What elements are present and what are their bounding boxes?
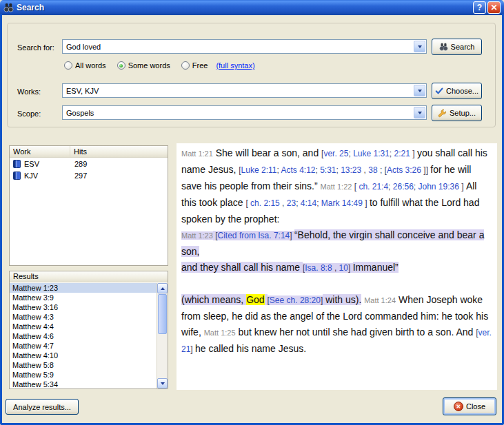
radio-option-some-words[interactable]: Some words: [117, 61, 170, 70]
result-item[interactable]: Matthew 3:9: [10, 293, 157, 302]
search-for-dropdown-button[interactable]: [414, 41, 425, 52]
radio-label: Some words: [128, 61, 170, 70]
chevron-down-icon: [418, 112, 422, 114]
help-button[interactable]: ?: [473, 1, 486, 14]
verse-text: (which means,: [181, 294, 246, 305]
scope-combobox[interactable]: Gospels: [62, 105, 427, 120]
cross-reference[interactable]: 2:21: [394, 149, 410, 158]
work-hits-body: ESV289KJV297: [10, 158, 168, 181]
radio-label: All words: [75, 61, 106, 70]
works-value: ESV, KJV: [63, 87, 413, 95]
search-for-label: Search for:: [17, 43, 54, 52]
full-syntax-link[interactable]: (full syntax): [216, 61, 254, 70]
scrollbar-thumb[interactable]: [158, 294, 167, 334]
search-for-value: God loved: [63, 43, 413, 51]
cross-reference[interactable]: Acts 3:26: [387, 165, 421, 175]
setup-scope-button[interactable]: Setup...: [432, 105, 482, 121]
result-item[interactable]: Matthew 1:23: [10, 283, 157, 293]
analyze-results-button[interactable]: Analyze results...: [6, 399, 79, 415]
close-icon[interactable]: ✕: [487, 1, 501, 14]
scope-label: Scope:: [17, 110, 41, 118]
radio-icon: [117, 61, 125, 70]
column-header-hits[interactable]: Hits: [70, 146, 168, 157]
titlebar[interactable]: Search ? ✕: [0, 0, 504, 15]
works-dropdown-button[interactable]: [414, 85, 425, 96]
result-item[interactable]: Matthew 4:6: [10, 331, 157, 341]
radio-option-all-words[interactable]: All words: [64, 61, 106, 70]
result-item[interactable]: Matthew 5:8: [10, 360, 157, 370]
result-item[interactable]: Matthew 4:10: [10, 351, 157, 360]
radio-icon: [64, 61, 72, 70]
cross-reference[interactable]: Cited from Isa. 7:14: [218, 231, 290, 240]
search-button[interactable]: Search: [432, 39, 482, 55]
verse-text: Immanuel”: [353, 262, 399, 273]
results-body: Matthew 1:23Matthew 3:9Matthew 3:16Matth…: [10, 283, 168, 388]
cross-reference[interactable]: 13:23: [341, 165, 361, 175]
cross-reference[interactable]: 10: [339, 263, 348, 273]
cross-reference[interactable]: Luke 2:11: [241, 165, 277, 175]
verse-text: but knew her not until she had given bir…: [236, 326, 476, 338]
titlebar-buttons: ? ✕: [473, 1, 501, 14]
hits-count: 289: [70, 160, 168, 168]
hits-count: 297: [70, 172, 168, 180]
scope-dropdown-button[interactable]: [414, 107, 425, 118]
cross-reference[interactable]: 38: [368, 165, 377, 175]
wrench-icon: [438, 109, 447, 118]
cross-reference[interactable]: ch. 21:4: [359, 182, 388, 191]
works-label: Works:: [17, 87, 41, 96]
bracket-text: ,: [361, 165, 368, 175]
bracket-text: [: [213, 231, 218, 240]
result-item[interactable]: Matthew 4:3: [10, 312, 157, 322]
column-header-work[interactable]: Work: [10, 146, 70, 157]
preview-pane[interactable]: Matt 1:21 She will bear a son, and [ver.…: [177, 143, 497, 390]
result-item[interactable]: Matthew 4:4: [10, 322, 157, 331]
cross-reference[interactable]: Luke 1:31: [353, 149, 390, 158]
work-hits-row[interactable]: ESV289: [10, 158, 168, 169]
cross-reference[interactable]: Isa. 8:8: [305, 263, 332, 273]
cross-reference[interactable]: 4:14: [301, 198, 316, 208]
cross-reference[interactable]: John 19:36: [418, 182, 458, 191]
scroll-down-button[interactable]: [157, 378, 168, 388]
result-item[interactable]: Matthew 5:34: [10, 380, 157, 388]
cross-reference[interactable]: Mark 14:49: [321, 198, 363, 208]
verse-marker: Matt 1:21: [181, 149, 213, 158]
radio-icon: [181, 61, 190, 70]
check-icon: [435, 87, 443, 95]
radio-label: Free: [192, 61, 208, 70]
scroll-up-button[interactable]: [157, 283, 168, 293]
scope-value: Gospels: [63, 109, 413, 117]
bracket-text: ,: [332, 263, 339, 273]
search-window: Search ? ✕ Search for: God loved Search …: [0, 0, 504, 425]
cross-reference[interactable]: See ch. 28:20: [270, 296, 321, 305]
result-item[interactable]: Matthew 3:16: [10, 302, 157, 312]
close-circle-icon: ✕: [454, 402, 463, 411]
cross-reference[interactable]: ver. 25: [323, 149, 348, 158]
verse-text: [265, 294, 268, 305]
search-for-combobox[interactable]: God loved: [62, 39, 427, 54]
cross-reference[interactable]: 5:31: [320, 165, 336, 175]
result-item[interactable]: Matthew 5:9: [10, 370, 157, 380]
work-hits-panel: Work Hits ESV289KJV297: [9, 145, 168, 266]
radio-option-free[interactable]: Free: [181, 61, 208, 70]
binoculars-icon: [439, 43, 448, 51]
result-item[interactable]: Matthew 4:7: [10, 341, 157, 351]
cross-reference[interactable]: Acts 4:12: [281, 165, 315, 175]
choose-button-label: Choose...: [446, 87, 478, 95]
work-hits-row[interactable]: KJV297: [10, 169, 168, 181]
setup-button-label: Setup...: [450, 109, 476, 117]
cross-reference[interactable]: 26:56: [393, 182, 414, 191]
scrollbar-track[interactable]: [157, 293, 168, 378]
verse-marker: Matt 1:22: [321, 183, 352, 191]
works-combobox[interactable]: ESV, KJV: [62, 83, 427, 98]
bracket-text: ]: [410, 149, 417, 158]
work-name: ESV: [24, 160, 39, 168]
bracket-text: ;: [390, 149, 394, 158]
bracket-text: ,: [280, 198, 287, 208]
binoculars-icon: [3, 3, 14, 12]
bracket-text: [: [352, 182, 359, 191]
cross-reference[interactable]: 23: [287, 198, 296, 208]
choose-works-button[interactable]: Choose...: [432, 83, 482, 99]
close-dialog-button[interactable]: ✕ Close: [443, 397, 496, 415]
results-scrollbar[interactable]: [157, 283, 168, 388]
cross-reference[interactable]: ch. 2:15: [250, 198, 280, 208]
